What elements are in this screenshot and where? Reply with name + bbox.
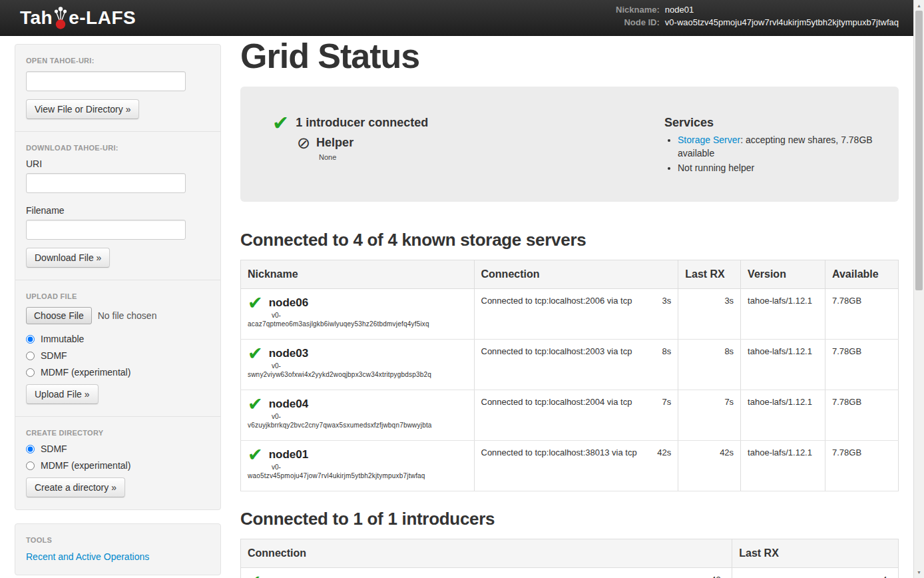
server-nodeid-prefix: v0-	[272, 463, 467, 471]
radio-input[interactable]	[26, 335, 35, 344]
introducer-status: ✔ 1 introducer connected	[272, 116, 428, 131]
sidebar-divider	[15, 280, 220, 280]
download-file-button[interactable]: Download File »	[26, 248, 110, 268]
nickname-value: node01	[665, 5, 899, 15]
services-panel: Services Storage Server: accepting new s…	[664, 116, 879, 176]
vertical-scrollbar[interactable]: ▲ ▼	[913, 0, 924, 578]
download-filename-input[interactable]	[26, 220, 186, 240]
radio-input[interactable]	[26, 445, 35, 453]
sidebar-divider	[15, 131, 220, 132]
table-header-row: Nickname Connection Last RX Version Avai…	[241, 260, 899, 288]
server-connection: Connected to tcp:localhost:2006 via tcp	[481, 296, 632, 306]
upload-file-button[interactable]: Upload File »	[26, 384, 99, 404]
col-version: Version	[741, 260, 825, 288]
create-directory-label: CREATE DIRECTORY	[26, 429, 210, 437]
services-list: Storage Server: accepting new shares, 7.…	[664, 134, 876, 175]
scrollbar-up-arrow[interactable]: ▲	[914, 1, 924, 11]
helper-status: ⊘ Helper	[297, 136, 428, 150]
services-title: Services	[664, 116, 876, 130]
server-last-rx: 7s	[678, 390, 741, 440]
connected-check-icon: ✔	[248, 346, 263, 361]
connected-check-icon: ✔	[248, 296, 263, 310]
connection-status: ✔ 1 introducer connected ⊘ Helper None	[272, 116, 428, 176]
server-nickname: node01	[269, 448, 309, 461]
main-content: Grid Status ✔ 1 introducer connected ⊘ H…	[240, 36, 899, 578]
download-uri-input[interactable]	[26, 173, 186, 193]
radio-input[interactable]	[26, 368, 35, 377]
introducer-status-text: 1 introducer connected	[296, 116, 428, 130]
introducer-last-rx: 4s	[732, 567, 899, 578]
no-helper-icon: ⊘	[297, 137, 310, 150]
radio-option-mdmf-experimental[interactable]: MDMF (experimental)	[26, 367, 210, 378]
service-text: Not running helper	[678, 162, 754, 173]
storage-servers-heading: Connected to 4 of 4 known storage server…	[240, 230, 899, 250]
sidebar: OPEN TAHOE-URI: View File or Directory »…	[15, 44, 221, 575]
storage-server-row: ✔node01v0-wao5tzv45pmoju47jow7rvl4ukirjm…	[241, 440, 899, 491]
server-connection-time: 7s	[662, 397, 671, 407]
storage-servers-table: Nickname Connection Last RX Version Avai…	[240, 260, 899, 491]
page-title: Grid Status	[240, 39, 899, 73]
introducers-heading: Connected to 1 of 1 introducers	[240, 509, 899, 529]
storage-servers-body: ✔node06v0-acaz7qptmeo6m3asjlgkb6iwlyuqey…	[241, 288, 899, 491]
open-uri-input[interactable]	[26, 71, 186, 91]
server-last-rx: 8s	[678, 339, 741, 390]
choose-file-button[interactable]: Choose File	[26, 307, 92, 324]
create-directory-button[interactable]: Create a directory »	[26, 477, 125, 497]
radio-input[interactable]	[26, 352, 35, 360]
mkdir-format-radios: SDMFMDMF (experimental)	[26, 443, 210, 471]
connected-check-icon: ✔	[248, 447, 263, 462]
radio-option-immutable[interactable]: Immutable	[26, 334, 210, 344]
server-available: 7.78GB	[825, 390, 899, 440]
download-uri-field-label: URI	[26, 158, 210, 169]
node-id-label: Node ID:	[616, 17, 660, 27]
col-connection: Connection	[241, 539, 732, 567]
upload-section: UPLOAD FILE Choose File No file chosen I…	[26, 292, 210, 404]
service-item: Not running helper	[678, 162, 876, 175]
scrollbar-thumb[interactable]	[915, 11, 923, 290]
nickname-label: Nickname:	[616, 5, 660, 15]
top-navbar: Tah e-LAFS Nickname: node01 Node ID: v0-…	[0, 0, 913, 36]
radio-input[interactable]	[26, 461, 35, 470]
radio-label: MDMF (experimental)	[41, 460, 130, 471]
server-connection-time: 3s	[662, 296, 671, 306]
helper-title: Helper	[316, 136, 353, 150]
recent-operations-link[interactable]: Recent and Active Operations	[26, 551, 149, 562]
radio-label: MDMF (experimental)	[41, 367, 130, 378]
view-file-button[interactable]: View File or Directory »	[26, 99, 139, 119]
logo-text-pre: Tah	[20, 7, 53, 29]
radio-label: SDMF	[41, 350, 67, 361]
server-connection: Connected to tcp:localhost:2004 via tcp	[481, 397, 632, 407]
status-summary-panel: ✔ 1 introducer connected ⊘ Helper None S…	[240, 87, 899, 202]
radio-label: Immutable	[41, 334, 84, 344]
check-icon: ✔	[272, 116, 289, 131]
create-directory-section: CREATE DIRECTORY SDMFMDMF (experimental)…	[26, 429, 210, 497]
server-last-rx: 42s	[678, 440, 741, 491]
file-chosen-status: No file chosen	[98, 310, 157, 321]
server-connection-time: 8s	[662, 346, 671, 356]
radio-label: SDMF	[41, 443, 67, 454]
open-uri-section: OPEN TAHOE-URI: View File or Directory »	[26, 57, 210, 119]
server-last-rx: 3s	[678, 288, 741, 339]
radio-option-sdmf[interactable]: SDMF	[26, 443, 210, 454]
server-version: tahoe-lafs/1.12.1	[741, 440, 825, 491]
storage-server-row: ✔node06v0-acaz7qptmeo6m3asjlgkb6iwlyuqey…	[241, 288, 899, 339]
connected-check-icon: ✔	[248, 397, 263, 412]
server-connection: Connected to tcp:localhost:38013 via tcp	[481, 447, 637, 457]
storage-server-link[interactable]: Storage Server	[678, 135, 740, 145]
tahoe-sprout-icon	[53, 6, 68, 30]
radio-option-mdmf-experimental[interactable]: MDMF (experimental)	[26, 460, 210, 471]
server-nodeid: swny2viyw63ofxwi4x2yykd2woqjbpx3cw34xtri…	[248, 371, 467, 378]
col-last-rx: Last RX	[678, 260, 741, 288]
server-nickname: node03	[269, 347, 309, 360]
server-connection: Connected to tcp:localhost:2003 via tcp	[481, 346, 632, 356]
storage-server-row: ✔node03v0-swny2viyw63ofxwi4x2yykd2woqjbp…	[241, 339, 899, 390]
radio-option-sdmf[interactable]: SDMF	[26, 350, 210, 361]
server-nodeid: wao5tzv45pmoju47jow7rvl4ukirjm5ytbh2kjty…	[248, 472, 467, 479]
server-nodeid-prefix: v0-	[272, 362, 467, 370]
introducers-table: Connection Last RX ✔Connected to tcp:loc…	[240, 539, 899, 578]
scrollbar-down-arrow[interactable]: ▼	[914, 567, 924, 577]
introducers-body: ✔Connected to tcp:localhost:39165 via tc…	[241, 567, 899, 578]
file-picker: Choose File No file chosen	[26, 307, 210, 324]
server-available: 7.78GB	[825, 339, 899, 390]
open-uri-label: OPEN TAHOE-URI:	[26, 57, 210, 65]
